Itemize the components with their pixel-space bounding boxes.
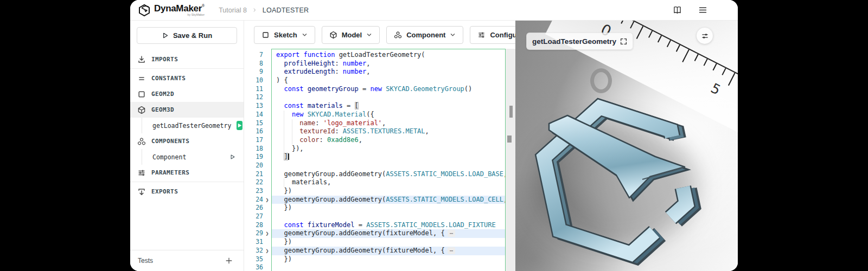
code-token: function — [304, 51, 335, 59]
code-token: , — [359, 136, 362, 144]
run-component-button[interactable] — [228, 152, 237, 162]
code-token: }) — [284, 204, 291, 211]
sidebar-items: IMPORTSCONSTANTSGEOM2DGEOM3DgetLoadTeste… — [130, 51, 244, 199]
code-token — [276, 127, 299, 135]
menu-button[interactable] — [697, 4, 709, 16]
viewport-settings-button[interactable] — [697, 28, 713, 44]
code-line[interactable]: const fixtureModel = ASSETS.STATIC_MODEL… — [272, 221, 505, 230]
sidebar-item-constants[interactable]: CONSTANTS — [130, 70, 244, 86]
code-line[interactable]: }) — [272, 204, 505, 212]
folded-code-ellipsis[interactable]: ⋯ — [448, 247, 456, 254]
sidebar-item-exports[interactable]: EXPORTS — [130, 184, 244, 199]
code-line[interactable]: }) — [272, 255, 505, 264]
code-token — [304, 85, 308, 93]
gutter-row: 29❯ — [244, 229, 271, 238]
code-token — [276, 102, 284, 109]
logo-3d-model — [515, 50, 738, 271]
line-number: 15 — [244, 119, 263, 128]
sidebar-item-imports[interactable]: IMPORTS — [130, 51, 244, 67]
code-line[interactable]: profileHeight: number, — [272, 60, 505, 68]
code-line[interactable]: extrudeLength: number, — [272, 68, 505, 76]
equals-icon — [137, 74, 146, 83]
sidebar-item-component[interactable]: Component — [130, 149, 244, 165]
line-number: 21 — [244, 170, 263, 179]
save-and-run-button[interactable]: Save & Run — [137, 27, 237, 44]
code-line[interactable]: textureId: ASSETS.TEXTURES.METAL, — [272, 127, 505, 136]
logo-subtext: by SkyMaker — [154, 14, 205, 17]
app-logo[interactable]: DynaMaker® by SkyMaker — [138, 4, 205, 17]
line-number: 28 — [244, 221, 263, 230]
code-line[interactable]: geometryGroup.addGeometry(ASSETS.STATIC_… — [272, 196, 505, 204]
documentation-button[interactable] — [672, 4, 683, 16]
code-line[interactable] — [272, 263, 505, 271]
code-token — [304, 102, 308, 109]
preview-function-name: getLoadTesterGeometry — [532, 37, 616, 46]
code-token: const — [284, 85, 303, 93]
sidebar-item-geom2d[interactable]: GEOM2D — [130, 86, 244, 102]
toolbar-button-sketch[interactable]: Sketch — [254, 26, 315, 44]
code-token: : — [335, 60, 342, 67]
line-number: 17 — [244, 136, 263, 145]
sidebar-item-geom3d[interactable]: GEOM3D — [130, 102, 244, 118]
filter-sliders-icon — [701, 32, 709, 40]
expand-icon[interactable] — [620, 38, 627, 45]
line-number: 24 — [244, 196, 263, 204]
code-line[interactable]: geometryGroup.addGeometry(ASSETS.STATIC_… — [272, 170, 505, 179]
editor-scrollbar[interactable] — [506, 49, 515, 271]
code-line[interactable]: }) — [272, 187, 505, 196]
fold-chevron-icon[interactable]: ❯ — [263, 247, 271, 255]
fold-chevron-icon[interactable]: ❯ — [263, 196, 271, 204]
sidebar-item-components[interactable]: COMPONENTS — [130, 133, 244, 149]
code-area[interactable]: export function getLoadTesterGeometry( p… — [271, 49, 506, 271]
code-line[interactable]: }) — [272, 238, 505, 247]
sidebar-item-getloadtestergeometry[interactable]: getLoadTesterGeometry — [130, 118, 244, 133]
sidebar-item-label: CONSTANTS — [151, 75, 186, 82]
folded-code-ellipsis[interactable]: ⋯ — [448, 230, 456, 237]
download-icon — [137, 55, 146, 64]
code-line[interactable]: color: 0xadd8e6, — [272, 136, 505, 145]
gutter-row: 24❯ — [244, 196, 271, 204]
code-line[interactable]: geometryGroup.addGeometry(fixtureModel, … — [272, 229, 505, 238]
indent-guide — [284, 111, 284, 119]
code-line[interactable]: name: 'logo_material', — [272, 119, 505, 128]
code-line[interactable]: geometryGroup.addGeometry(fixtureModel, … — [272, 247, 505, 255]
code-line[interactable] — [272, 212, 505, 221]
sidebar-item-parameters[interactable]: PARAMETERS — [130, 165, 244, 180]
toolbar-button-component[interactable]: Component — [386, 26, 463, 44]
play-icon — [229, 154, 235, 160]
sidebar-item-label: PARAMETERS — [151, 169, 189, 176]
line-number: 8 — [244, 60, 263, 68]
code-line[interactable]: const materials = [ — [272, 102, 505, 111]
logo-text: DynaMaker — [154, 3, 202, 14]
play-icon — [237, 122, 242, 128]
breadcrumb-parent[interactable]: Tutorial 8 — [219, 7, 247, 14]
code-line[interactable]: const geometryGroup = new SKYCAD.Geometr… — [272, 85, 505, 94]
code-token — [276, 170, 284, 178]
viewport-3d[interactable]: 0 5 — [515, 21, 738, 271]
sidebar-item-label: EXPORTS — [151, 188, 178, 195]
ruler-tick — [621, 21, 625, 24]
gutter-row: 10 — [244, 76, 271, 85]
add-test-button[interactable] — [222, 256, 236, 265]
line-number: 9 — [244, 68, 263, 76]
scrollbar-mark — [509, 106, 513, 118]
fold-chevron-icon[interactable]: ❯ — [263, 229, 271, 238]
line-number: 22 — [244, 178, 263, 187]
code-line[interactable]: materials, — [272, 178, 505, 187]
toolbar-button-model[interactable]: Model — [322, 26, 380, 44]
code-line[interactable] — [272, 162, 505, 170]
code-line[interactable]: new SKYCAD.Material({ — [272, 111, 505, 119]
plus-icon — [225, 257, 233, 264]
code-line[interactable]: ) { — [272, 76, 505, 85]
sidebar: Save & Run IMPORTSCONSTANTSGEOM2DGEOM3Dg… — [130, 21, 244, 271]
code-line[interactable]: export function getLoadTesterGeometry( — [272, 51, 505, 60]
code-token: }) — [284, 238, 291, 246]
code-line[interactable]: }), — [272, 145, 505, 153]
code-token: : — [315, 119, 323, 127]
code-line[interactable] — [272, 93, 505, 102]
gutter-row: 21 — [244, 170, 271, 179]
code-token: name — [299, 119, 315, 127]
code-line[interactable]: ] — [272, 153, 505, 162]
code-token: () — [464, 85, 472, 93]
run-function-button[interactable] — [237, 121, 242, 130]
